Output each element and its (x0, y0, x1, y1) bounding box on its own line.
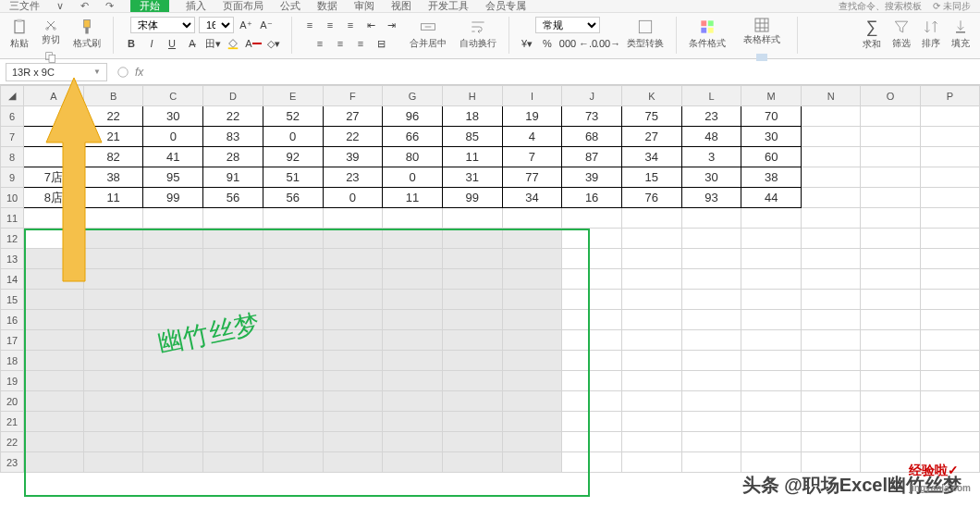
cell[interactable]: 11 (383, 188, 443, 208)
cell[interactable] (442, 391, 502, 412)
fill-color-button[interactable] (225, 35, 241, 52)
cell[interactable] (861, 351, 920, 371)
tab-member[interactable]: 会员专属 (485, 0, 526, 13)
col-header[interactable]: N (802, 86, 861, 106)
cell[interactable] (562, 371, 622, 391)
cell[interactable] (802, 249, 861, 269)
cell[interactable] (681, 208, 741, 229)
tab-review[interactable]: 审阅 (354, 0, 374, 13)
cell[interactable] (263, 371, 323, 391)
cell[interactable] (323, 208, 383, 229)
cell[interactable]: 7 (502, 147, 562, 167)
cell[interactable]: 11 (83, 188, 143, 208)
cell[interactable]: 87 (562, 147, 622, 167)
cell[interactable] (203, 229, 263, 249)
cell[interactable] (83, 208, 143, 229)
cell[interactable]: 93 (681, 188, 741, 208)
row-header[interactable]: 8 (1, 147, 24, 167)
cell[interactable] (323, 371, 383, 391)
cell[interactable]: 85 (442, 127, 502, 147)
cell[interactable] (802, 188, 861, 208)
cell[interactable]: 51 (263, 167, 323, 188)
cell[interactable] (802, 290, 861, 310)
cell[interactable]: 39 (323, 147, 383, 167)
cell[interactable]: 44 (741, 188, 802, 208)
cell[interactable] (203, 290, 263, 310)
dec-decimal-icon[interactable]: .00→ (600, 35, 617, 52)
align-top-icon[interactable]: ≡ (301, 17, 318, 33)
cell[interactable] (681, 432, 741, 452)
cell[interactable] (83, 269, 143, 290)
cell[interactable] (143, 229, 203, 249)
filter-button[interactable]: 筛选 (889, 17, 913, 52)
cell[interactable] (24, 229, 84, 249)
cell[interactable] (83, 432, 143, 452)
cell[interactable] (920, 351, 979, 371)
cell[interactable] (383, 391, 443, 412)
tab-formulas[interactable]: 公式 (280, 0, 300, 13)
cell[interactable] (802, 167, 861, 188)
cell[interactable] (203, 310, 263, 330)
cell[interactable] (562, 452, 622, 473)
cell[interactable] (24, 310, 84, 330)
col-header[interactable]: H (442, 86, 502, 106)
cell[interactable] (383, 351, 443, 371)
cell[interactable] (861, 167, 920, 188)
cell[interactable] (621, 290, 681, 310)
cell[interactable] (143, 452, 203, 473)
cell[interactable]: 95 (143, 167, 203, 188)
undo-icon[interactable]: ↶ (80, 0, 89, 12)
cell[interactable] (920, 249, 979, 269)
cell[interactable] (143, 208, 203, 229)
cell[interactable] (681, 229, 741, 249)
cell[interactable] (442, 432, 502, 452)
cell[interactable] (920, 106, 979, 127)
cell[interactable] (24, 432, 84, 452)
cell[interactable]: 11 (442, 147, 502, 167)
col-header[interactable]: K (621, 86, 681, 106)
col-header[interactable]: P (920, 86, 979, 106)
cell[interactable] (920, 208, 979, 229)
cell[interactable] (802, 432, 861, 452)
currency-icon[interactable]: ¥▾ (519, 35, 535, 52)
cell[interactable]: 22 (83, 106, 143, 127)
cell[interactable] (442, 208, 502, 229)
cell[interactable] (802, 106, 861, 127)
cell[interactable]: 5 (24, 127, 84, 147)
cell[interactable] (741, 432, 802, 452)
cell[interactable]: 0 (383, 167, 443, 188)
cell[interactable] (741, 412, 802, 432)
cell[interactable] (24, 330, 84, 351)
row-header[interactable]: 9 (1, 167, 24, 188)
cell[interactable] (920, 412, 979, 432)
cell[interactable]: 27 (621, 127, 681, 147)
cell[interactable]: 34 (621, 147, 681, 167)
cell[interactable] (502, 290, 562, 310)
decrease-font-button[interactable]: A⁻ (258, 17, 275, 33)
cell[interactable] (741, 290, 802, 310)
cell[interactable] (502, 452, 562, 473)
cell[interactable] (203, 330, 263, 351)
cell[interactable]: 80 (383, 147, 443, 167)
cell[interactable]: 15 (621, 167, 681, 188)
cell[interactable]: 68 (562, 127, 622, 147)
cell[interactable] (741, 391, 802, 412)
row-header[interactable]: 11 (1, 208, 24, 229)
cell[interactable] (802, 310, 861, 330)
cell[interactable] (263, 351, 323, 371)
col-header[interactable]: M (741, 86, 802, 106)
cell[interactable] (442, 452, 502, 473)
cell[interactable] (442, 269, 502, 290)
cell[interactable]: 96 (383, 106, 443, 127)
paste-button[interactable]: 粘贴 (7, 17, 31, 51)
cell[interactable] (383, 269, 443, 290)
cell[interactable] (323, 412, 383, 432)
italic-button[interactable]: I (143, 35, 160, 52)
align-bottom-icon[interactable]: ≡ (342, 17, 359, 33)
cell[interactable] (83, 310, 143, 330)
sum-button[interactable]: ∑求和 (860, 17, 884, 52)
cell[interactable] (920, 229, 979, 249)
cell[interactable] (741, 371, 802, 391)
cell[interactable]: 75 (621, 106, 681, 127)
cell[interactable] (263, 432, 323, 452)
